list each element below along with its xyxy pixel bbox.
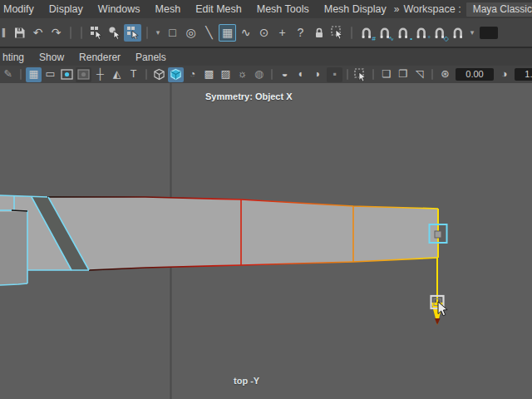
manipulator-arrow-tip [435, 318, 441, 325]
workspace-label: Workspace : [403, 3, 461, 15]
snap-to-curves-icon[interactable]: ∿ [376, 24, 393, 42]
isolate-cursor-icon[interactable] [352, 67, 368, 82]
menu-edit-mesh[interactable]: Edit Mesh [188, 3, 249, 15]
separator [70, 27, 71, 39]
circle-select-icon[interactable]: ◎ [182, 24, 200, 42]
status-line-toolbar: ▌↶↷▾□◎╲▦∿⊙+?#∿•°◇▾ [0, 18, 532, 48]
menu-windows[interactable]: Windows [91, 3, 148, 15]
wire-on-shaded-icon[interactable]: ▨ [218, 67, 234, 82]
separator [271, 69, 273, 80]
lasso-line-icon[interactable]: ╲ [200, 24, 218, 42]
wireframe-icon[interactable] [151, 67, 167, 82]
ao-toggle-icon[interactable]: ▪ [327, 67, 342, 82]
smooth-shade-icon[interactable] [168, 67, 184, 82]
select-object-icon[interactable] [106, 24, 123, 42]
separator [347, 69, 348, 80]
shadows-icon[interactable]: ◒ [277, 67, 293, 82]
expand-chevrons-icon[interactable]: » [394, 3, 399, 15]
safe-action-icon[interactable]: ◭ [109, 67, 125, 82]
gamma-field[interactable]: 1.00 [515, 68, 532, 81]
paint-camera-icon[interactable]: ✎ [0, 67, 16, 82]
separator [146, 27, 148, 39]
grid-toggle-icon[interactable]: ▦ [26, 67, 42, 82]
maya-window: { "menubar": { "items": [ {"kind":"menu"… [0, 0, 532, 399]
clipped-toolbox-icon[interactable]: ▌ [0, 24, 10, 42]
safe-title-icon[interactable]: T [126, 67, 141, 82]
clipped-input-field[interactable] [480, 27, 498, 39]
dropdown-icon[interactable]: ▾ [153, 24, 163, 42]
menu-panels[interactable]: Panels [128, 52, 174, 63]
gate-mask-icon[interactable] [76, 67, 91, 82]
face-center-handle[interactable] [435, 231, 441, 238]
mesh-dark-edge [12, 210, 27, 211]
viewport[interactable]: Symmetry: Object X top -Y [0, 83, 532, 399]
panel-menubar: htingShowRendererPanels [0, 48, 532, 66]
shade-textured-icon[interactable]: ◔ [185, 67, 200, 82]
separator [431, 69, 433, 80]
viewport-canvas [0, 83, 532, 399]
snap-projected-center-icon[interactable]: ° [412, 24, 430, 42]
gamma-icon[interactable]: ◑ [496, 67, 512, 82]
textured-cube-icon[interactable]: ▩ [201, 67, 217, 82]
field-chart-icon[interactable]: ┼ [92, 67, 108, 82]
highlight-center-icon[interactable]: ⊙ [255, 24, 273, 42]
menu-mesh-display[interactable]: Mesh Display [317, 3, 394, 15]
menu-renderer[interactable]: Renderer [71, 52, 128, 63]
undo-icon[interactable]: ↶ [29, 24, 47, 42]
snap-to-grid-icon[interactable]: # [357, 24, 375, 42]
rect-select-icon[interactable]: □ [164, 24, 181, 42]
all-lights-icon[interactable]: ☼ [234, 67, 250, 82]
mesh-left-block[interactable] [0, 212, 27, 285]
motion-blur-icon[interactable]: ◐ [293, 67, 309, 82]
menu-lighting-truncated[interactable]: hting [0, 52, 32, 63]
separator [20, 69, 22, 80]
resolution-gate-icon[interactable] [59, 67, 75, 82]
snap-to-points-icon[interactable]: • [394, 24, 411, 42]
image-plane-icon[interactable]: ◹ [411, 67, 427, 82]
lock-icon[interactable] [310, 24, 328, 42]
symmetry-status-label: Symmetry: Object X [205, 91, 293, 101]
select-hierarchy-icon[interactable] [87, 24, 105, 42]
isolate-select-icon[interactable]: ❏ [378, 67, 394, 82]
view-axis-label: top -Y [234, 376, 259, 386]
snap-dropdown-icon[interactable]: ▾ [467, 24, 477, 42]
menu-show[interactable]: Show [32, 52, 71, 63]
separator [351, 27, 352, 39]
snap-together-icon[interactable] [449, 24, 466, 42]
symmetry-lattice-icon[interactable]: ▦ [219, 24, 236, 42]
exposure-icon[interactable]: ⊛ [437, 67, 453, 82]
save-icon[interactable] [11, 24, 28, 42]
main-menus: ModifyDisplayWindowsMeshEdit MeshMesh To… [0, 3, 394, 15]
select-component-icon[interactable] [124, 24, 141, 42]
exposure-field[interactable]: 0.00 [456, 68, 494, 81]
panel-toolbar: ✎▦▭┼◭T◔▩▨☼◍◒◐◗▪❏❐◹⊛0.00◑1.00ON [0, 66, 532, 84]
crosshair-icon[interactable]: + [273, 24, 291, 42]
menu-modify[interactable]: Modify [0, 3, 42, 15]
main-menubar: ModifyDisplayWindowsMeshEdit MeshMesh To… [0, 0, 532, 18]
separator [81, 27, 82, 39]
redo-icon[interactable]: ↷ [47, 24, 65, 42]
workspace-selector: » Workspace : Maya Classic* [394, 2, 532, 17]
menu-mesh-tools[interactable]: Mesh Tools [249, 3, 317, 15]
make-live-icon[interactable]: ◇ [431, 24, 448, 42]
menu-mesh[interactable]: Mesh [148, 3, 189, 15]
workspace-dropdown[interactable]: Maya Classic* [466, 2, 532, 17]
help-icon[interactable]: ? [292, 24, 309, 42]
anti-alias-icon[interactable]: ◗ [310, 67, 326, 82]
film-gate-icon[interactable]: ▭ [42, 67, 58, 82]
menu-display[interactable]: Display [42, 3, 91, 15]
separator [372, 69, 374, 80]
soft-select-curve-icon[interactable]: ∿ [237, 24, 254, 42]
default-light-icon[interactable]: ◍ [251, 67, 267, 82]
separator [145, 69, 147, 80]
marquee-select-icon[interactable] [328, 24, 346, 42]
isolate-add-icon[interactable]: ❐ [395, 67, 411, 82]
